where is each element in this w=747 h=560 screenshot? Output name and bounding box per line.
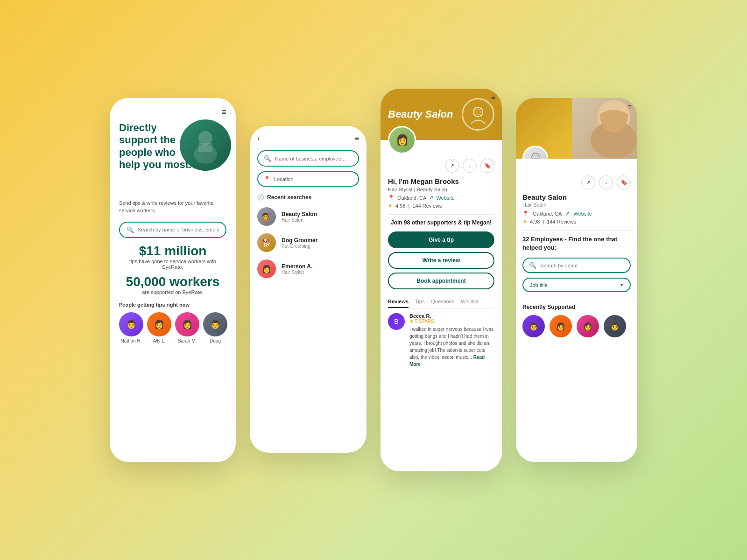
recent-info-dog: Dog Groomer Pet Grooming: [282, 237, 317, 249]
recent-item-emerson[interactable]: 👩 Emerson A. Hair Stylist: [257, 259, 359, 278]
main-search-bar[interactable]: 🔍: [119, 222, 226, 238]
divider: [522, 299, 631, 299]
tab-questions[interactable]: Questions: [431, 299, 454, 308]
recent-avatar-dog: 🐕: [257, 233, 276, 252]
recent-info-emerson: Emerson A. Hair Stylist: [282, 263, 312, 275]
banner-icon: [462, 98, 494, 131]
avatar-sarah-name: Sarah M.: [175, 338, 199, 343]
give-tip-button[interactable]: Give a tip: [388, 231, 494, 248]
recent-name-beauty: Beauty Salon: [282, 211, 317, 217]
avatar-sarah[interactable]: 👩: [175, 312, 199, 336]
recent-info-beauty: Beauty Salon Hair Salon: [282, 211, 317, 223]
salon-share-button[interactable]: ↗: [581, 175, 595, 189]
supporter-2[interactable]: 👩: [550, 315, 572, 337]
tab-wishlist[interactable]: Wishlist: [461, 299, 479, 308]
recent-name-emerson: Emerson A.: [282, 263, 312, 270]
people-tips-section: People getting tips right now 👨 Nathan H…: [119, 302, 226, 343]
reviewer-avatar: B: [388, 313, 405, 330]
download-button[interactable]: ↓: [463, 159, 477, 173]
star-icon: ★: [409, 319, 414, 324]
location-input-wrap[interactable]: 📍 Location: [257, 171, 359, 187]
salon-download-button[interactable]: ↓: [599, 175, 613, 189]
chevron-down-icon: ▾: [620, 282, 623, 288]
employees-header: 32 Employees - Find the one that helped …: [522, 235, 631, 252]
avatar-doug-name: Doug: [203, 338, 227, 343]
link-icon: ↗: [429, 195, 433, 201]
stat-workers-desc: are supported on EyeRate.: [119, 289, 226, 295]
recently-supported-title: Recently Supported: [522, 304, 631, 310]
hero-image: [180, 119, 231, 171]
stat-million-number: $11 million: [119, 244, 226, 259]
review-card: B Becca R. ★ 5 STARS I walked in super n…: [388, 313, 494, 368]
job-title-select[interactable]: Job title ▾: [522, 278, 631, 292]
salon-bookmark-button[interactable]: 🔖: [617, 175, 631, 189]
hamburger-menu-search[interactable]: ≡: [355, 134, 359, 143]
search-employee-wrap[interactable]: 🔍: [522, 258, 631, 273]
profile-picture: 👩: [388, 126, 416, 154]
svg-point-7: [532, 153, 539, 159]
location-placeholder: Location: [274, 176, 294, 182]
profile-role: Hair Stylist | Beauty Salon: [388, 187, 494, 192]
job-title-label: Job title: [530, 282, 548, 288]
star-icon: ★: [388, 203, 393, 209]
write-review-button[interactable]: Write a review: [388, 252, 494, 269]
avatar-ally-name: Ally L.: [147, 338, 171, 343]
search-icon: 🔍: [127, 226, 134, 233]
supporters-row: 👨 👩 👩 👨: [522, 315, 631, 337]
hamburger-profile[interactable]: ≡: [491, 93, 495, 102]
phone-profile-screen: Beauty Salon ≡ 👩 ↗ ↓ 🔖 Hi, I'm: [381, 89, 502, 471]
recent-item-dog[interactable]: 🐕 Dog Groomer Pet Grooming: [257, 233, 359, 252]
profile-content: ↗ ↓ 🔖 Hi, I'm Megan Brooks Hair Stylist …: [381, 140, 502, 372]
svg-point-8: [534, 155, 537, 159]
ext-link-icon: ↗: [565, 210, 570, 217]
recent-item-beauty[interactable]: 💇 Beauty Salon Hair Salon: [257, 207, 359, 226]
phone-search-screen: ‹ ≡ 🔍 📍 Location 🕐 Recent searches 💇 Bea…: [250, 126, 366, 453]
svg-point-4: [476, 110, 480, 114]
search-name-input-wrap[interactable]: 🔍: [257, 150, 359, 167]
salon-header-image: ≡: [516, 98, 637, 159]
salon-website-link[interactable]: Website: [573, 211, 592, 217]
recent-name-dog: Dog Groomer: [282, 237, 317, 244]
stars-label: ★ 5 STARS: [409, 319, 494, 324]
divider: [522, 230, 631, 231]
people-title: People getting tips right now: [119, 302, 226, 308]
hamburger-salon[interactable]: ≡: [627, 103, 632, 111]
location-icon: 📍: [264, 176, 270, 182]
supporter-4[interactable]: 👨: [604, 315, 626, 337]
recent-cat-dog: Pet Grooming: [282, 244, 317, 249]
website-link[interactable]: Website: [436, 195, 455, 201]
svg-rect-2: [198, 143, 212, 152]
recent-cat-beauty: Hair Salon: [282, 217, 317, 223]
profile-name: Hi, I'm Megan Brooks: [388, 177, 494, 185]
tab-reviews[interactable]: Reviews: [388, 299, 409, 308]
stat-million: $11 million tips have gone to service wo…: [119, 244, 226, 270]
search-name-input[interactable]: [275, 156, 352, 161]
review-content: Becca R. ★ 5 STARS I walked in super ner…: [409, 313, 494, 368]
search-employee-input[interactable]: [540, 263, 624, 268]
back-button[interactable]: ‹: [257, 134, 260, 143]
avatar-nathan[interactable]: 👨: [119, 312, 143, 336]
avatars-row: 👨 Nathan H. 👩 Ally L. 👩 Sarah M. 👨 Doug: [119, 312, 226, 343]
supporter-3[interactable]: 👩: [577, 315, 599, 337]
hamburger-menu[interactable]: ≡: [119, 107, 226, 117]
tip-prompt: Join 98 other supporters & tip Megan!: [388, 219, 494, 226]
salon-type: Hair Salon: [522, 202, 631, 208]
search-input[interactable]: [138, 227, 219, 232]
book-appointment-button[interactable]: Book appointment: [388, 273, 494, 289]
tab-tips[interactable]: Tips: [415, 299, 424, 308]
recent-cat-emerson: Hair Stylist: [282, 270, 312, 275]
bookmark-button[interactable]: 🔖: [480, 159, 494, 173]
banner-title: Beauty Salon: [388, 108, 453, 120]
stat-workers: 50,000 workers are supported on EyeRate.: [119, 274, 226, 295]
action-icons-row: ↗ ↓ 🔖: [388, 159, 494, 173]
share-button[interactable]: ↗: [445, 159, 459, 173]
salon-rating: ★ 4.98 | 144 Reviews: [522, 218, 631, 224]
salon-action-icons: ↗ ↓ 🔖: [522, 175, 631, 189]
recent-searches-title: 🕐 Recent searches: [257, 194, 359, 201]
star-icon: ★: [522, 218, 527, 224]
supporter-1[interactable]: 👨: [522, 315, 545, 337]
avatar-doug[interactable]: 👨: [203, 312, 227, 336]
avatar-item: 👩 Sarah M.: [175, 312, 199, 343]
avatar-ally[interactable]: 👩: [147, 312, 171, 336]
avatar-item: 👨 Doug: [203, 312, 227, 343]
